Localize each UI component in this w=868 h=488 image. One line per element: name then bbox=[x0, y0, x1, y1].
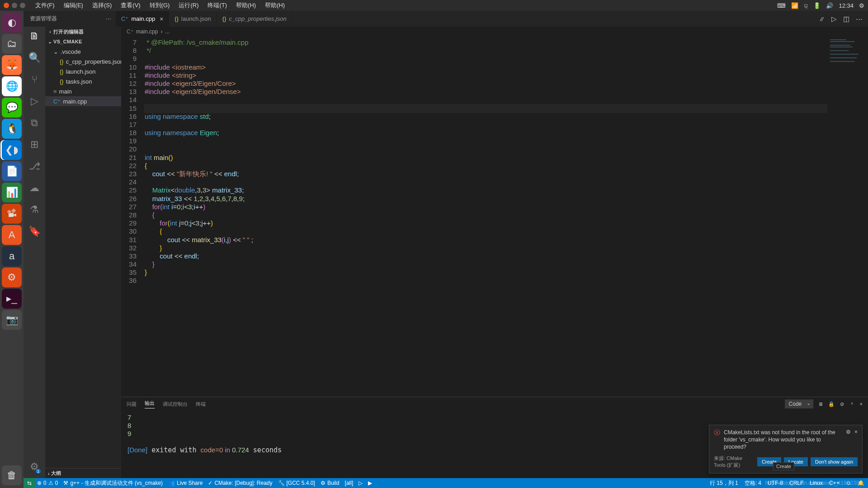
status-target[interactable]: [all] bbox=[345, 480, 354, 486]
close-icon[interactable]: × bbox=[854, 429, 858, 450]
impress-icon[interactable]: 📽 bbox=[2, 204, 22, 224]
maximize-icon[interactable] bbox=[20, 3, 25, 8]
breadcrumb[interactable]: C⁺ main.cpp›... bbox=[121, 27, 868, 37]
status-kit[interactable]: 🔧 [GCC 5.4.0] bbox=[278, 480, 315, 486]
status-launch[interactable]: ▶ bbox=[368, 480, 372, 486]
file-launch-json[interactable]: {}launch.json bbox=[45, 66, 121, 76]
terminal-icon[interactable]: ▸_ bbox=[2, 289, 22, 309]
more-icon[interactable]: ⋯ bbox=[856, 15, 863, 23]
run-debug-icon[interactable]: ▷ bbox=[31, 95, 38, 107]
explorer-icon[interactable]: 🗎 bbox=[29, 30, 39, 42]
file-main-exe[interactable]: ≡main bbox=[45, 86, 121, 96]
menu-item[interactable]: 编辑(E) bbox=[60, 0, 87, 10]
output-channel-select[interactable]: Code bbox=[785, 399, 813, 408]
watermark: https://blog.csdn.net/weixin_41802388 bbox=[765, 480, 863, 486]
close-icon[interactable]: × bbox=[160, 15, 163, 23]
panel-tab-problems[interactable]: 问题 bbox=[127, 401, 137, 408]
workspace-section[interactable]: ⌄VS_CMAKE bbox=[45, 37, 121, 47]
status-spaces[interactable]: 空格: 4 bbox=[745, 479, 761, 487]
git-branch-icon[interactable]: ⎇ bbox=[29, 160, 40, 172]
screenshot-icon[interactable]: 📷 bbox=[2, 310, 22, 330]
cpp-file-icon: C⁺ bbox=[121, 15, 128, 22]
tab-launch-json[interactable]: {} launch.json bbox=[169, 11, 217, 27]
panel-tab-terminal[interactable]: 终端 bbox=[196, 401, 206, 408]
menu-item[interactable]: 运行(R) bbox=[175, 0, 202, 10]
editor-column: C⁺ main.cpp›... 789101112131415161718192… bbox=[121, 27, 868, 478]
amazon-icon[interactable]: a bbox=[2, 246, 22, 266]
folder-vscode[interactable]: ⌄.vscode bbox=[45, 47, 121, 56]
close-icon[interactable] bbox=[4, 3, 9, 8]
activity-bar: 🗎 🔍 ⑂ ▷ ⧉ ⊞ ⎇ ☁ ⚗ 🔖 ⚙1 bbox=[24, 27, 45, 478]
trash-icon[interactable]: 🗑 bbox=[2, 465, 22, 485]
menu-item[interactable]: 文件(F) bbox=[32, 0, 58, 10]
settings-icon[interactable]: ⚙ bbox=[2, 267, 22, 287]
chrome-icon[interactable]: 🌐 bbox=[2, 76, 22, 96]
search-icon[interactable]: 🔍 bbox=[28, 52, 41, 64]
firefox-icon[interactable]: 🦊 bbox=[2, 55, 22, 75]
files-icon[interactable]: 🗂 bbox=[2, 34, 22, 54]
calc-icon[interactable]: 📊 bbox=[2, 183, 22, 202]
dont-show-button[interactable]: Don't show again bbox=[811, 457, 858, 466]
remote-indicator[interactable]: ⇆ bbox=[24, 478, 35, 488]
outline-section[interactable]: › 大纲 bbox=[45, 468, 121, 478]
wechat-icon[interactable]: 💬 bbox=[2, 98, 22, 117]
clear-icon[interactable]: ⊘ bbox=[840, 401, 844, 407]
tab-ccpp-json[interactable]: {} c_cpp_properties.json bbox=[217, 11, 292, 27]
more-icon[interactable]: ⋯ bbox=[106, 16, 111, 22]
menu-item[interactable]: 帮助(H) bbox=[261, 0, 288, 10]
clock[interactable]: 12:34 bbox=[839, 2, 854, 9]
writer-icon[interactable]: 📄 bbox=[2, 161, 22, 181]
keyboard-icon[interactable]: ⌨ bbox=[777, 2, 786, 9]
qq-icon[interactable]: 🐧 bbox=[2, 119, 22, 139]
lock-icon[interactable]: 🔒 bbox=[828, 401, 835, 407]
file-tasks-json[interactable]: {}tasks.json bbox=[45, 76, 121, 86]
remote-icon[interactable]: ⧉ bbox=[31, 117, 38, 129]
compare-icon[interactable]: ⫽ bbox=[818, 15, 825, 23]
vscode-icon[interactable]: ❮◗ bbox=[2, 140, 22, 160]
status-task[interactable]: ⚒ g++ - 生成和调试活动文件 (vs_cmake) bbox=[63, 479, 163, 487]
ubuntu-top-panel: 文件(F)编辑(E)选择(S)查看(V)转到(G)运行(R)终端(T)帮助(H)… bbox=[0, 0, 868, 11]
test-icon[interactable]: ⚗ bbox=[30, 204, 39, 216]
bookmark-icon[interactable]: 🔖 bbox=[28, 225, 41, 237]
file-ccpp-json[interactable]: {}c_cpp_properties.json bbox=[45, 56, 121, 66]
status-cmake[interactable]: ✓ CMake: [Debug]: Ready bbox=[208, 480, 272, 486]
status-debug[interactable]: ▷ bbox=[359, 480, 363, 486]
menu-item[interactable]: 终端(T) bbox=[204, 0, 231, 10]
status-build[interactable]: ⚙ Build bbox=[321, 480, 340, 486]
menu-item[interactable]: 查看(V) bbox=[117, 0, 144, 10]
cloud-icon[interactable]: ☁ bbox=[29, 182, 39, 194]
app-menubar[interactable]: 文件(F)编辑(E)选择(S)查看(V)转到(G)运行(R)终端(T)帮助(H)… bbox=[29, 0, 288, 10]
split-icon[interactable]: ◫ bbox=[843, 15, 849, 23]
gear-icon[interactable]: ⚙1 bbox=[30, 461, 39, 473]
minimize-icon[interactable] bbox=[12, 3, 17, 8]
status-problems[interactable]: ⊗ 0 ⚠ 0 bbox=[37, 480, 58, 486]
bluetooth-icon[interactable]: ⚼ bbox=[804, 2, 808, 9]
battery-icon[interactable]: 🔋 bbox=[813, 2, 821, 9]
file-main-cpp[interactable]: C⁺main.cpp bbox=[45, 96, 121, 106]
chevron-up-icon[interactable]: ＾ bbox=[849, 401, 854, 408]
panel-tab-debug[interactable]: 调试控制台 bbox=[163, 401, 188, 408]
status-bar: ⇆ ⊗ 0 ⚠ 0 ⚒ g++ - 生成和调试活动文件 (vs_cmake) 👥… bbox=[24, 478, 868, 488]
menu-item[interactable]: 帮助(H) bbox=[232, 0, 259, 10]
vscode-window: 资源管理器 ⋯ C⁺ main.cpp × {} launch.json {} … bbox=[24, 11, 868, 488]
close-icon[interactable]: × bbox=[860, 401, 863, 407]
gear-icon[interactable]: ⚙ bbox=[846, 429, 851, 450]
code-editor[interactable]: 7891011121314151617181920212223242526272… bbox=[121, 37, 868, 397]
open-editors-section[interactable]: ›打开的编辑器 bbox=[45, 27, 121, 37]
run-icon[interactable]: ▷ bbox=[831, 15, 837, 23]
software-icon[interactable]: A bbox=[2, 225, 22, 245]
extensions-icon[interactable]: ⊞ bbox=[30, 139, 38, 150]
status-liveshare[interactable]: 👥 Live Share bbox=[168, 480, 203, 486]
volume-icon[interactable]: 🔊 bbox=[826, 2, 833, 9]
panel-tab-output[interactable]: 输出 bbox=[145, 400, 155, 408]
source-control-icon[interactable]: ⑂ bbox=[32, 74, 38, 85]
menu-item[interactable]: 选择(S) bbox=[89, 0, 115, 10]
gear-icon[interactable]: ⚙ bbox=[859, 2, 864, 9]
status-cursor-pos[interactable]: 行 15，列 1 bbox=[710, 479, 738, 487]
dash-icon[interactable]: ◐ bbox=[2, 13, 22, 33]
menu-item[interactable]: 转到(G) bbox=[146, 0, 174, 10]
minimap[interactable] bbox=[827, 37, 868, 397]
filter-icon[interactable]: ≣ bbox=[819, 401, 823, 407]
tab-main-cpp[interactable]: C⁺ main.cpp × bbox=[116, 11, 169, 27]
wifi-icon[interactable]: 📶 bbox=[791, 2, 798, 9]
